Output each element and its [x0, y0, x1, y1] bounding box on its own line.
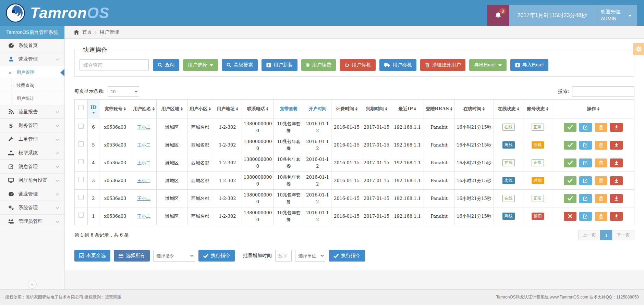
user-name-link[interactable]: 王小二	[137, 142, 150, 148]
row-checkbox[interactable]	[78, 159, 84, 164]
edit-action-button[interactable]	[579, 158, 592, 167]
sidebar-item[interactable]: 工单管理	[0, 132, 64, 146]
trash-action-button[interactable]	[595, 212, 607, 221]
trash-action-button[interactable]	[595, 123, 607, 132]
sidebar-item[interactable]: 营业管理	[0, 52, 64, 66]
edit-action-button[interactable]	[579, 212, 592, 221]
sidebar-subitem[interactable]: 用户统计	[0, 92, 64, 105]
col-community[interactable]: 用户小区	[187, 100, 213, 118]
sidebar-item[interactable]: 管理员管理	[0, 215, 64, 228]
sidebar-subitem[interactable]: 续费查询	[0, 79, 64, 92]
col-account_status[interactable]: 账号状态	[523, 100, 552, 118]
unit-select[interactable]: 选择单位	[295, 250, 325, 262]
advanced-search-button[interactable]: 高级搜索	[222, 59, 258, 71]
next-page-button[interactable]: 下一页	[612, 230, 634, 240]
command-select[interactable]: 选择指令	[153, 250, 195, 262]
check-action-button[interactable]	[564, 158, 576, 167]
prev-page-button[interactable]: 上一页	[578, 230, 600, 240]
user-name-link[interactable]: 王小二	[137, 214, 150, 219]
user-move-button[interactable]: 用户移机	[379, 59, 416, 71]
user-renew-button[interactable]: ¥用户续费	[301, 59, 336, 71]
edit-action-button[interactable]	[579, 194, 592, 203]
edit-action-button[interactable]	[579, 141, 592, 150]
col-plan[interactable]: 宽带套餐	[274, 100, 304, 118]
cell-bras: Panabit	[424, 154, 454, 172]
col-region[interactable]: 用户区域	[157, 100, 187, 118]
execute-command-button[interactable]: 执行指令	[198, 250, 235, 262]
user-name-link[interactable]: 王小二	[137, 160, 150, 165]
col-online_time[interactable]: 在线时间	[454, 100, 494, 118]
download-action-button[interactable]	[610, 158, 623, 167]
col-account[interactable]: 宽带账号	[99, 100, 131, 118]
check-action-button[interactable]	[564, 141, 576, 150]
sidebar-item[interactable]: 消息管理	[0, 160, 64, 174]
user-select-button[interactable]: 用户选择	[183, 59, 218, 71]
clean-dead-users-button[interactable]: 清理挂死用户	[420, 59, 465, 71]
check-action-button[interactable]	[564, 194, 576, 203]
row-checkbox[interactable]	[78, 213, 84, 218]
col-address[interactable]: 用户地址	[213, 100, 242, 118]
select-all-checkbox[interactable]	[78, 105, 84, 110]
user-menu[interactable]: 欢迎光临, ADMIN	[595, 5, 637, 26]
sidebar-collapse-button[interactable]: «	[28, 280, 37, 289]
check-action-button[interactable]	[564, 176, 576, 185]
trash-action-button[interactable]	[595, 141, 607, 150]
breadcrumb-home[interactable]: 首页	[82, 29, 92, 35]
x-action-button[interactable]	[564, 212, 576, 221]
row-checkbox[interactable]	[78, 141, 84, 147]
chevron-down-icon	[56, 57, 59, 60]
check-action-button[interactable]	[564, 123, 576, 132]
cell-community: 西城名都	[187, 190, 213, 207]
download-action-button[interactable]	[610, 176, 623, 185]
settings-gear-button[interactable]	[633, 43, 644, 55]
download-action-button[interactable]	[610, 212, 623, 221]
col-bras[interactable]: 登陆BRAS	[424, 100, 454, 118]
user-name-link[interactable]: 王小二	[137, 178, 150, 183]
select-all-button[interactable]: 选择所有	[114, 250, 150, 262]
sidebar-item[interactable]: 系统首页	[0, 39, 64, 52]
user-stop-button[interactable]: 用户停机	[340, 59, 376, 71]
trash-action-button[interactable]	[595, 194, 607, 203]
col-online_status[interactable]: 在线状态	[494, 100, 523, 118]
col-phone[interactable]: 联系电话	[242, 100, 274, 118]
table-search-input[interactable]	[572, 86, 634, 97]
col-expire_date[interactable]: 到期时间	[362, 100, 391, 118]
batch-number-input[interactable]	[275, 250, 292, 262]
col-billing_date[interactable]: 计费时间	[331, 100, 362, 118]
user-name-link[interactable]: 王小二	[137, 196, 150, 201]
sidebar-item[interactable]: 流量报告	[0, 105, 64, 119]
sidebar-item[interactable]: 营业管理	[0, 187, 64, 201]
import-excel-button[interactable]: 导入Excel	[510, 59, 548, 71]
download-action-button[interactable]	[610, 141, 623, 150]
edit-action-button[interactable]	[579, 123, 592, 132]
combined-query-input[interactable]	[80, 59, 149, 71]
edit-action-button[interactable]	[579, 176, 592, 185]
sidebar-item[interactable]: 模型系统	[0, 146, 64, 160]
select-page-button[interactable]: 本页全选	[74, 250, 110, 262]
sidebar-item[interactable]: 系统管理	[0, 201, 64, 215]
cell-account_status: 过期	[523, 172, 552, 190]
col-name[interactable]: 用户姓名	[131, 100, 157, 118]
sidebar-subitem[interactable]: 用户管理	[0, 66, 64, 79]
download-action-button[interactable]	[610, 123, 623, 132]
query-button[interactable]: 查询	[153, 59, 179, 71]
export-excel-button[interactable]: 导出Excel	[469, 59, 506, 71]
per-page-select[interactable]: 10	[108, 86, 139, 97]
trash-action-button[interactable]	[595, 158, 607, 167]
notifications-button[interactable]: 8	[487, 5, 509, 26]
col-open_date[interactable]: 开户时间	[304, 100, 331, 118]
col-ip[interactable]: 最近IP	[391, 100, 424, 118]
user-name-link[interactable]: 王小二	[137, 125, 150, 130]
current-page-button[interactable]: 1	[600, 230, 612, 240]
trash-action-button[interactable]	[595, 176, 607, 185]
col-id[interactable]: ID	[88, 100, 99, 118]
row-checkbox[interactable]	[78, 195, 84, 200]
row-checkbox[interactable]	[78, 177, 84, 182]
download-action-button[interactable]	[610, 194, 623, 203]
sidebar-item[interactable]: 网厅前台设置	[0, 174, 64, 187]
user-new-install-button[interactable]: 用户新装	[262, 59, 297, 71]
sidebar-item[interactable]: $财务管理	[0, 119, 64, 132]
execute-batch-button[interactable]: 执行指令	[329, 250, 365, 262]
row-checkbox[interactable]	[78, 124, 84, 129]
col-actions[interactable]: 操作	[552, 100, 634, 118]
